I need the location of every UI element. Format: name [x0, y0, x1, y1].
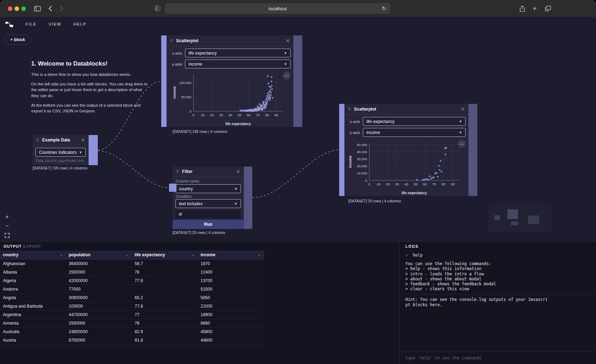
- input-port[interactable]: [339, 104, 344, 196]
- dataset-select[interactable]: Countries Indicators▼: [35, 148, 86, 157]
- edge-filter-to-scatter2: [253, 150, 339, 197]
- table-cell: 103000: [66, 304, 132, 309]
- filter-value-input[interactable]: al: [175, 210, 241, 218]
- x-axis-select[interactable]: life expectancy▼: [185, 49, 291, 57]
- table-row: Antigua and Barbuda10300077.621000: [0, 302, 264, 310]
- x-axis-select[interactable]: life expectancy▼: [363, 117, 466, 126]
- zoom-in-button[interactable]: +: [4, 213, 11, 220]
- table-cell: 18900: [198, 312, 264, 317]
- table-header-row: country▲population▲life expectancy▲incom…: [0, 251, 264, 259]
- minimap-block: [494, 215, 500, 220]
- tab-overview-icon[interactable]: [543, 4, 552, 13]
- logs-body: > help You can use the following command…: [400, 251, 596, 352]
- close-icon[interactable]: ✕: [286, 38, 290, 43]
- sort-asc-icon[interactable]: ▲: [258, 253, 260, 257]
- fit-view-button[interactable]: [4, 232, 11, 239]
- forward-icon[interactable]: [57, 4, 66, 13]
- column-select[interactable]: country▼: [175, 184, 241, 193]
- minimap[interactable]: [488, 204, 551, 232]
- block-header[interactable]: ⠿ Scatterplot ✕: [344, 104, 468, 115]
- table-row: Afghanistan3640000058.71870: [0, 259, 264, 268]
- output-port[interactable]: [293, 35, 302, 127]
- share-icon[interactable]: [518, 4, 527, 13]
- menu-item-view[interactable]: VIEW: [49, 22, 61, 26]
- block-card: ⠿ Scatterplot ✕ x-axis life expectancy▼ …: [344, 104, 468, 196]
- y-axis-select[interactable]: income▼: [363, 128, 466, 137]
- sidebar-toggle-icon[interactable]: [33, 4, 42, 13]
- output-port[interactable]: [89, 135, 98, 165]
- block-card: ⠿ Filter ✕ Column name: country▼ Conditi…: [173, 167, 244, 229]
- column-name-label: Column name:: [176, 179, 200, 183]
- more-options-button[interactable]: ⋯: [283, 72, 291, 79]
- run-button[interactable]: Run: [173, 220, 244, 229]
- zoom-window-button[interactable]: [21, 6, 26, 11]
- svg-text:10: 10: [377, 182, 381, 186]
- log-divider: [400, 294, 596, 295]
- sort-asc-icon[interactable]: ▲: [192, 253, 195, 257]
- drag-handle-icon[interactable]: ⠿: [36, 138, 39, 142]
- tab-export[interactable]: EXPORT: [23, 244, 41, 248]
- table-cell: 30800000: [66, 295, 132, 300]
- scatterplot-chart: 0102030405060708090010,00020,00030,00040…: [344, 138, 468, 196]
- close-window-button[interactable]: [8, 6, 12, 11]
- menu-item-file[interactable]: FILE: [26, 22, 36, 26]
- dataset-caption: [DATASET] 195 rows | 4 columns: [173, 129, 227, 134]
- close-icon[interactable]: ✕: [236, 169, 240, 174]
- column-header[interactable]: income▲: [198, 252, 264, 257]
- address-bar[interactable]: localhost ↻: [165, 3, 390, 14]
- block-filter[interactable]: ⠿ Filter ✕ Column name: country▼ Conditi…: [173, 167, 252, 229]
- table-cell: Antigua and Barbuda: [0, 304, 66, 309]
- drag-handle-icon[interactable]: ⠿: [170, 39, 173, 43]
- svg-text:0: 0: [368, 182, 370, 186]
- svg-text:20,000: 20,000: [357, 164, 367, 168]
- close-icon[interactable]: ✕: [461, 107, 465, 112]
- table-cell: Argentina: [0, 312, 66, 317]
- x-axis-label: x-axis: [344, 119, 360, 124]
- block-header[interactable]: ⠿ Scatterplot ✕: [167, 35, 293, 46]
- column-header[interactable]: life expectancy▲: [132, 252, 198, 257]
- block-example-data[interactable]: ⠿ Example Data ✕ Countries Indicators▼ D…: [33, 135, 98, 165]
- flow-canvas[interactable]: + block 1. Welcome to Datablocks! This i…: [0, 31, 596, 241]
- block-header[interactable]: ⠿ Filter ✕: [173, 167, 244, 177]
- log-line: > clear - clears this view: [405, 286, 590, 291]
- add-block-button[interactable]: + block: [4, 35, 31, 45]
- close-icon[interactable]: ✕: [81, 138, 85, 142]
- condition-select[interactable]: text includes▼: [175, 199, 241, 208]
- back-icon[interactable]: [46, 4, 55, 13]
- block-scatterplot-2[interactable]: ⠿ Scatterplot ✕ x-axis life expectancy▼ …: [339, 104, 477, 196]
- privacy-shield-icon[interactable]: [154, 5, 161, 12]
- drag-handle-icon[interactable]: ⠿: [176, 170, 179, 174]
- logs-command-input[interactable]: type 'help' to see the commands: [400, 352, 596, 364]
- new-tab-icon[interactable]: +: [530, 4, 539, 13]
- table-cell: 76: [132, 321, 198, 326]
- y-axis-label: y-axis: [344, 130, 360, 135]
- sort-asc-icon[interactable]: ▲: [126, 253, 129, 257]
- minimize-window-button[interactable]: [15, 6, 19, 11]
- sort-asc-icon[interactable]: ▲: [60, 253, 63, 257]
- input-port[interactable]: [161, 35, 167, 127]
- condition-label: Condition:: [176, 194, 192, 198]
- output-port[interactable]: [468, 104, 477, 196]
- log-line: You can use the following commands:: [405, 261, 590, 266]
- minimap-block: [507, 209, 518, 219]
- block-title: Example Data: [42, 138, 78, 142]
- input-port[interactable]: [169, 184, 176, 192]
- zoom-out-button[interactable]: −: [4, 223, 11, 230]
- column-header[interactable]: population▲: [66, 252, 132, 257]
- svg-text:80: 80: [442, 182, 445, 186]
- column-header[interactable]: country▲: [0, 252, 66, 257]
- more-options-button[interactable]: ⋯: [458, 140, 466, 148]
- menu-item-help[interactable]: HELP: [73, 22, 86, 26]
- tab-output[interactable]: OUTPUT: [4, 244, 22, 248]
- output-port[interactable]: [244, 167, 252, 229]
- drag-handle-icon[interactable]: ⠿: [348, 107, 351, 111]
- y-axis-select[interactable]: income▼: [185, 60, 291, 68]
- table-cell: 77.9: [132, 278, 198, 283]
- welcome-note: 1. Welcome to Datablocks! This is a demo…: [31, 60, 150, 118]
- table-row: Argentina447000007718900: [0, 310, 264, 319]
- block-scatterplot-1[interactable]: ⠿ Scatterplot ✕ x-axis life expectancy▼ …: [161, 35, 302, 127]
- log-command-entry: > help: [405, 253, 590, 258]
- block-header[interactable]: ⠿ Example Data ✕: [33, 135, 89, 145]
- reload-icon[interactable]: ↻: [382, 5, 386, 12]
- table-cell: 24800000: [66, 329, 132, 334]
